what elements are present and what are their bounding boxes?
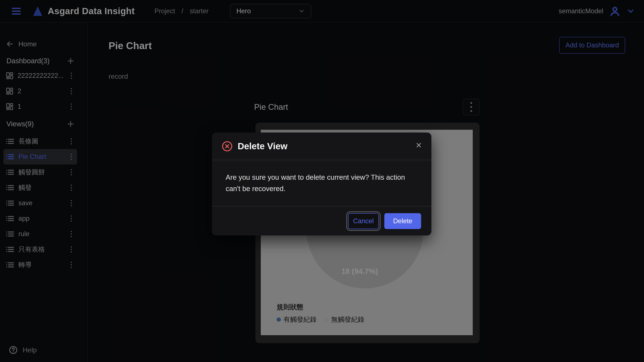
modal-body: Are you sure you want to delete current … bbox=[212, 160, 432, 207]
modal-close-icon[interactable]: ✕ bbox=[416, 141, 422, 149]
modal-footer: Cancel Delete bbox=[212, 207, 432, 236]
modal-message: Are you sure you want to delete current … bbox=[226, 172, 418, 195]
modal-header: Delete View ✕ bbox=[212, 132, 432, 160]
cancel-button[interactable]: Cancel bbox=[348, 213, 379, 229]
modal-title: Delete View bbox=[238, 141, 288, 151]
error-circle-x-icon bbox=[222, 140, 233, 152]
delete-button[interactable]: Delete bbox=[384, 213, 421, 229]
delete-view-modal: Delete View ✕ Are you sure you want to d… bbox=[212, 132, 432, 236]
